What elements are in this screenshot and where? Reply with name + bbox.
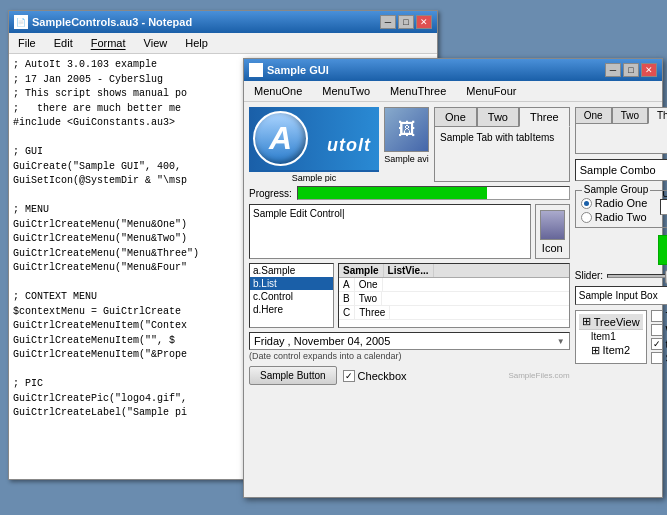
lv-row: B Two — [339, 292, 569, 306]
combo-value: Sample Combo — [580, 164, 656, 176]
notepad-minimize-button[interactable]: ─ — [380, 15, 396, 29]
sample-gui-close-button[interactable]: ✕ — [641, 63, 657, 77]
treeview-item1[interactable]: Item1 — [579, 330, 643, 343]
slider-row: Slider: — [575, 270, 667, 281]
treeview-header-label: TreeView — [594, 316, 640, 328]
right-tab-two[interactable]: Two — [612, 107, 648, 123]
right-tab-content — [575, 124, 667, 154]
notepad-menu-file[interactable]: File — [13, 35, 41, 51]
sample-gui-icon: 🖼 — [249, 63, 263, 77]
notepad-menu-edit[interactable]: Edit — [49, 35, 78, 51]
radio-two-row: Radio Two — [581, 211, 667, 223]
cb-tvs[interactable]: ✓ — [651, 338, 663, 350]
notepad-titlebar: 📄 SampleControls.au3 - Notepad ─ □ ✕ — [9, 11, 437, 33]
checkbox[interactable]: ✓ — [343, 370, 355, 382]
bottom-section: ⊞ TreeView Item1 ⊞ Item2 TreeView — [575, 310, 667, 364]
cb-with[interactable] — [651, 324, 663, 336]
avi-label: Sample avi — [384, 154, 429, 164]
icon-area: Icon — [535, 204, 570, 259]
sample-gui-window: 🖼 Sample GUI ─ □ ✕ MenuOne MenuTwo MenuT… — [243, 58, 663, 498]
bottom-row: Sample Button ✓ Checkbox SampleFiles.com — [249, 366, 570, 385]
edit-control[interactable]: Sample Edit Control| — [249, 204, 531, 259]
sample-button[interactable]: Sample Button — [249, 366, 337, 385]
small-listbox[interactable]: a.Sample b.List c.Control d.Here — [249, 263, 334, 328]
slider-label: Slider: — [575, 270, 603, 281]
sample-gui-title: Sample GUI — [267, 64, 329, 76]
lv-cell: B — [339, 292, 355, 305]
sample-group: Sample Group UpDown 42 ▲ ▼ Radio One — [575, 190, 667, 228]
notepad-menu-format[interactable]: Format — [86, 35, 131, 51]
logo-area: A utolt Sample pic — [249, 107, 379, 182]
lv-cell: A — [339, 278, 355, 291]
treeview-expand-icon: ⊞ — [582, 315, 591, 328]
progress-fill — [298, 187, 488, 199]
sample-gui-maximize-button[interactable]: □ — [623, 63, 639, 77]
notepad-maximize-button[interactable]: □ — [398, 15, 414, 29]
gui-menu-four[interactable]: MenuFour — [460, 83, 522, 99]
date-picker[interactable]: Friday , November 04, 2005 ▼ — [249, 332, 570, 350]
right-tab-three[interactable]: Three — [648, 107, 667, 124]
lv-row: C Three — [339, 306, 569, 320]
cb-style[interactable] — [651, 352, 663, 364]
date-note: (Date control expands into a calendar) — [249, 350, 570, 362]
green-label: GreenLabel — [658, 235, 667, 265]
updown-control: 42 ▲ ▼ — [660, 199, 667, 215]
right-tab-one[interactable]: One — [575, 107, 612, 123]
gui-menubar: MenuOne MenuTwo MenuThree MenuFour — [244, 81, 662, 102]
treeview: ⊞ TreeView Item1 ⊞ Item2 — [575, 310, 647, 364]
gui-menu-two[interactable]: MenuTwo — [316, 83, 376, 99]
date-dropdown-arrow[interactable]: ▼ — [557, 337, 565, 346]
progress-row: Progress: — [249, 186, 570, 200]
list-item-selected[interactable]: b.List — [250, 277, 333, 290]
gui-left-panel: A utolt Sample pic 🖼 Sample avi One Two … — [249, 107, 570, 491]
notepad-menu-view[interactable]: View — [139, 35, 173, 51]
logo-label: Sample pic — [249, 172, 379, 182]
radio-one-label: Radio One — [595, 197, 648, 209]
notepad-close-button[interactable]: ✕ — [416, 15, 432, 29]
notepad-menubar: File Edit Format View Help — [9, 33, 437, 54]
gui-menu-three[interactable]: MenuThree — [384, 83, 452, 99]
cb-item-treeview: TreeView — [651, 310, 667, 322]
list-item[interactable]: c.Control — [250, 290, 333, 303]
icon-label: Icon — [542, 242, 563, 254]
treeview-expand-icon2: ⊞ — [591, 344, 600, 356]
cb-treeview[interactable] — [651, 310, 663, 322]
tab-one[interactable]: One — [434, 107, 477, 126]
lv-cell: C — [339, 306, 355, 319]
updown-label: UpDown — [660, 189, 667, 199]
lv-row: A One — [339, 278, 569, 292]
edit-row: Sample Edit Control| Icon — [249, 204, 570, 259]
sample-gui-minimize-button[interactable]: ─ — [605, 63, 621, 77]
list-item[interactable]: a.Sample — [250, 264, 333, 277]
notepad-icon: 📄 — [14, 15, 28, 29]
tab-three[interactable]: Three — [519, 107, 570, 127]
progress-bar-container — [297, 186, 570, 200]
listview-header: Sample ListVie... — [339, 264, 569, 278]
radio-two-label: Radio Two — [595, 211, 647, 223]
date-value: Friday , November 04, 2005 — [254, 335, 390, 347]
radio-one[interactable] — [581, 198, 592, 209]
gui-menu-one[interactable]: MenuOne — [248, 83, 308, 99]
input-box[interactable]: Sample Input Box — [575, 286, 667, 305]
lv-cell: Three — [355, 306, 390, 319]
lv-col-sample: Sample — [339, 264, 384, 277]
combo-box[interactable]: Sample Combo ▼ — [575, 159, 667, 181]
tab-two[interactable]: Two — [477, 107, 519, 126]
lv-col-listview: ListVie... — [384, 264, 434, 277]
right-tab-buttons: One Two Three — [575, 107, 667, 124]
treeview-item2[interactable]: ⊞ Item2 — [579, 343, 643, 358]
list-section: a.Sample b.List c.Control d.Here Sample … — [249, 263, 570, 328]
notepad-menu-help[interactable]: Help — [180, 35, 213, 51]
logo-text: utolt — [327, 134, 371, 155]
tab-content: Sample Tab with tabItems — [434, 127, 570, 182]
left-tab-panel: One Two Three Sample Tab with tabItems — [434, 107, 570, 182]
radio-two[interactable] — [581, 212, 592, 223]
treeview-header: ⊞ TreeView — [579, 314, 643, 330]
slider-track[interactable] — [607, 274, 667, 278]
top-section: A utolt Sample pic 🖼 Sample avi One Two … — [249, 107, 570, 182]
icon-image — [540, 210, 565, 240]
checkbox-label: Checkbox — [358, 370, 407, 382]
list-item[interactable]: d.Here — [250, 303, 333, 316]
updown-value[interactable]: 42 — [660, 199, 667, 215]
right-tab-section: One Two Three — [575, 107, 667, 154]
